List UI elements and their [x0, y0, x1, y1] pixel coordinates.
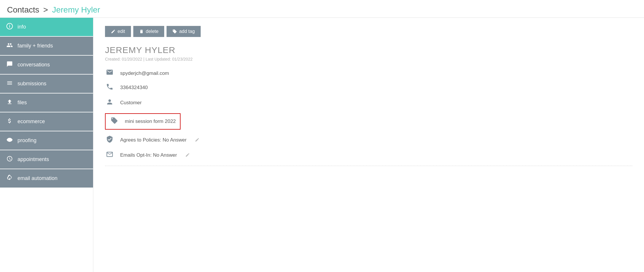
tag-icon [110, 117, 119, 126]
edit-icon [111, 29, 116, 34]
contact-phone-row: 3364324340 [105, 83, 632, 92]
action-buttons: edit delete add tag [105, 26, 632, 37]
optin-edit-icon[interactable] [185, 153, 190, 158]
add-tag-button[interactable]: add tag [167, 26, 200, 37]
contact-type: Customer [120, 100, 142, 106]
sidebar-item-info-label: info [18, 24, 26, 30]
add-tag-label: add tag [179, 29, 195, 34]
main-layout: i info family + friends [0, 17, 644, 272]
email-icon [105, 70, 114, 77]
sidebar-item-info[interactable]: i info [0, 18, 93, 36]
person-icon [105, 98, 114, 107]
sidebar-item-submissions-label: submissions [18, 81, 46, 87]
contact-email: spyderjch@gmail.com [120, 70, 169, 76]
edit-button[interactable]: edit [105, 26, 131, 37]
delete-icon [139, 29, 144, 34]
contact-tag-row: mini session form 2022 [105, 113, 181, 130]
files-icon [6, 99, 13, 107]
sidebar-item-proofing[interactable]: proofing [0, 131, 93, 150]
contact-optin-row: Emails Opt-In: No Answer [105, 151, 632, 160]
email-check-icon [105, 151, 114, 160]
policies-edit-icon[interactable] [195, 137, 200, 143]
edit-label: edit [118, 29, 125, 34]
add-tag-icon [172, 29, 177, 34]
breadcrumb-parent[interactable]: Contacts [7, 5, 39, 14]
sidebar-item-proofing-label: proofing [18, 137, 36, 144]
sidebar-item-email-automation[interactable]: email automation [0, 169, 93, 188]
contact-email-row: spyderjch@gmail.com [105, 70, 632, 77]
breadcrumb-current: Jeremy Hyler [52, 5, 100, 14]
svg-text:i: i [9, 24, 10, 29]
breadcrumb-separator: > [43, 5, 48, 14]
shield-icon [105, 135, 114, 145]
contact-tag: mini session form 2022 [125, 119, 176, 124]
delete-button[interactable]: delete [133, 26, 164, 37]
contact-phone: 3364324340 [120, 85, 148, 91]
sidebar-item-submissions[interactable]: submissions [0, 75, 93, 93]
sidebar-item-files-label: files [18, 100, 27, 106]
content-area: edit delete add tag JEREMY HYLER Creat [93, 18, 644, 272]
sidebar-item-appointments-label: appointments [18, 156, 49, 163]
contact-policies-row: Agrees to Policies: No Answer [105, 135, 632, 145]
contact-policies: Agrees to Policies: No Answer [120, 137, 187, 143]
phone-icon [105, 83, 114, 92]
appointments-icon [6, 156, 13, 163]
sidebar: i info family + friends [0, 18, 93, 272]
email-automation-icon [6, 174, 13, 182]
contact-type-row: Customer [105, 98, 632, 107]
contact-dates: Created: 01/20/2022 | Last Updated: 01/2… [105, 57, 632, 61]
breadcrumb: Contacts > Jeremy Hyler [0, 0, 644, 17]
section-divider [105, 166, 632, 166]
proofing-icon [6, 137, 13, 144]
sidebar-item-email-automation-label: email automation [18, 175, 57, 181]
sidebar-item-appointments[interactable]: appointments [0, 150, 93, 169]
delete-label: delete [146, 29, 159, 34]
sidebar-item-family-friends-label: family + friends [18, 43, 53, 49]
contact-name: JEREMY HYLER [105, 45, 632, 55]
sidebar-item-conversations[interactable]: conversations [0, 56, 93, 74]
sidebar-item-family-friends[interactable]: family + friends [0, 37, 93, 55]
submissions-icon [6, 80, 13, 88]
sidebar-item-ecommerce[interactable]: ecommerce [0, 112, 93, 131]
sidebar-item-ecommerce-label: ecommerce [18, 119, 45, 125]
family-friends-icon [6, 42, 13, 50]
page-wrapper: Contacts > Jeremy Hyler i info [0, 0, 644, 272]
conversations-icon [6, 61, 13, 69]
ecommerce-icon [6, 118, 13, 126]
contact-optin: Emails Opt-In: No Answer [120, 152, 177, 158]
sidebar-item-conversations-label: conversations [18, 62, 50, 68]
sidebar-item-files[interactable]: files [0, 93, 93, 112]
info-icon: i [6, 23, 13, 31]
